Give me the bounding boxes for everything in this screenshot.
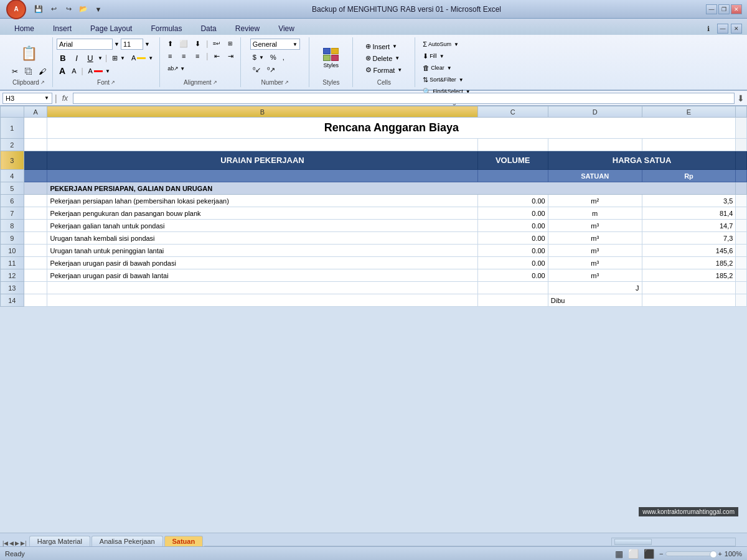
zoom-out-button[interactable]: − — [659, 550, 663, 558]
copy-button[interactable]: ⿻ — [22, 67, 35, 77]
cell-c8[interactable]: 0.00 — [477, 220, 548, 232]
font-color-button[interactable]: A▼ — [86, 66, 113, 76]
zoom-slider[interactable] — [665, 551, 715, 556]
cell-e2[interactable] — [642, 139, 736, 151]
cell-e12[interactable]: 185,2 — [642, 269, 736, 282]
redo-button[interactable]: ↪ — [62, 3, 75, 16]
align-left-button[interactable]: ≡ — [164, 51, 176, 61]
undo-button[interactable]: ↩ — [47, 3, 60, 16]
col-header-c[interactable]: C — [477, 106, 548, 118]
tab-next-button[interactable]: ▶ — [15, 540, 19, 546]
cell-a12[interactable] — [24, 269, 47, 282]
format-cells-button[interactable]: ⚙ Format ▼ — [362, 65, 405, 76]
orientation-button[interactable]: ab↗▼ — [164, 63, 189, 73]
sort-dd[interactable]: ▼ — [459, 77, 464, 83]
cell-c11[interactable]: 0.00 — [477, 257, 548, 269]
insert-cells-button[interactable]: ⊕ Insert ▼ — [362, 41, 405, 52]
formula-input[interactable] — [73, 93, 735, 104]
cell-e7[interactable]: 81,4 — [642, 207, 736, 220]
cell-d6[interactable]: m² — [548, 195, 642, 207]
cell-d3[interactable]: HARGA SATUA — [548, 151, 736, 170]
cell-a2[interactable] — [24, 139, 47, 151]
cell-a9[interactable] — [24, 232, 47, 245]
cell-b11[interactable]: Pekerjaan urugan pasir di bawah pondasi — [47, 257, 477, 269]
cell-a13[interactable] — [24, 282, 47, 294]
cell-a1[interactable] — [24, 118, 47, 139]
restore-button[interactable]: ❐ — [718, 4, 730, 14]
save-button[interactable]: 💾 — [32, 3, 45, 16]
tab-view[interactable]: View — [269, 21, 304, 35]
currency-button[interactable]: $▼ — [250, 52, 266, 62]
cell-c10[interactable]: 0.00 — [477, 245, 548, 257]
row-num-5[interactable]: 5 — [1, 182, 24, 195]
cell-e9[interactable]: 7,3 — [642, 232, 736, 245]
font-size-dd[interactable]: ▼ — [144, 41, 150, 47]
cell-d2[interactable] — [548, 139, 642, 151]
cell-a10[interactable] — [24, 245, 47, 257]
align-center-button[interactable]: ≡ — [177, 51, 190, 61]
font-name-dd[interactable]: ▼ — [114, 41, 120, 47]
row-num-1[interactable]: 1 — [1, 118, 24, 139]
row-num-6[interactable]: 6 — [1, 195, 24, 207]
cell-e4[interactable]: Rp — [642, 170, 736, 182]
cell-b7[interactable]: Pekerjaan pengukuran dan pasangan bouw p… — [47, 207, 477, 220]
border-button[interactable]: ⊞▼ — [110, 53, 128, 63]
cell-b14[interactable] — [47, 294, 477, 307]
align-top-button[interactable]: ⬆ — [164, 39, 176, 49]
font-expand[interactable]: ↗ — [111, 80, 115, 85]
cell-a7[interactable] — [24, 207, 47, 220]
comma-button[interactable]: , — [280, 52, 287, 62]
help-button[interactable]: ℹ — [702, 22, 715, 35]
fill-button[interactable]: ⬇ Fill ▼ — [420, 50, 473, 62]
cut-button[interactable]: ✂ — [9, 67, 21, 77]
row-num-2[interactable]: 2 — [1, 139, 24, 151]
cell-e6[interactable]: 3,5 — [642, 195, 736, 207]
cell-a4[interactable] — [24, 170, 47, 182]
cell-d8[interactable]: m³ — [548, 220, 642, 232]
cell-d4[interactable]: SATUAN — [548, 170, 642, 182]
row-num-14[interactable]: 14 — [1, 294, 24, 307]
sheet-tab-satuan[interactable]: Satuan — [164, 536, 204, 546]
align-middle-button[interactable]: ⬜ — [177, 39, 190, 49]
sort-filter-button[interactable]: ⇅ Sort&Filter ▼ — [420, 74, 473, 85]
cell-b12[interactable]: Pekerjaan urugan pasir di bawah lantai — [47, 269, 477, 282]
cell-e11[interactable]: 185,2 — [642, 257, 736, 269]
cell-b13[interactable] — [47, 282, 477, 294]
minimize-button[interactable]: — — [706, 4, 717, 14]
formula-expand-button[interactable]: ⬇ — [737, 93, 745, 103]
cell-d9[interactable]: m³ — [548, 232, 642, 245]
row-num-13[interactable]: 13 — [1, 282, 24, 294]
bold-button[interactable]: B — [57, 52, 69, 63]
cell-c13[interactable] — [477, 282, 548, 294]
row-num-4[interactable]: 4 — [1, 170, 24, 182]
cell-a6[interactable] — [24, 195, 47, 207]
tab-review[interactable]: Review — [226, 21, 269, 35]
cell-d7[interactable]: m — [548, 207, 642, 220]
cell-b10[interactable]: Urugan tanah untuk peninggian lantai — [47, 245, 477, 257]
number-format-dropdown[interactable]: General ▼ — [250, 39, 300, 50]
tab-prev-button[interactable]: ◀ — [9, 540, 14, 546]
styles-button[interactable]: Styles — [314, 43, 348, 74]
cell-c12[interactable]: 0.00 — [477, 269, 548, 282]
increase-indent-button[interactable]: ⇥ — [224, 51, 237, 61]
cell-e13[interactable] — [642, 282, 736, 294]
cell-d10[interactable]: m³ — [548, 245, 642, 257]
cell-b8[interactable]: Pekerjaan galian tanah untuk pondasi — [47, 220, 477, 232]
tab-data[interactable]: Data — [191, 21, 225, 35]
merge-center-button[interactable]: ⊞ — [224, 39, 237, 49]
row-num-11[interactable]: 11 — [1, 257, 24, 269]
cell-d12[interactable]: m³ — [548, 269, 642, 282]
cell-d11[interactable]: m³ — [548, 257, 642, 269]
ribbon-close[interactable]: ✕ — [731, 24, 742, 34]
view-break-icon[interactable]: ⬛ — [644, 549, 654, 559]
cell-c7[interactable]: 0.00 — [477, 207, 548, 220]
cell-a14[interactable] — [24, 294, 47, 307]
increase-decimal-button[interactable]: ⁰↗ — [265, 65, 278, 75]
cell-b9[interactable]: Urugan tanah kembali sisi pondasi — [47, 232, 477, 245]
autosum-dd[interactable]: ▼ — [454, 42, 459, 47]
zoom-in-button[interactable]: + — [718, 550, 721, 558]
cell-b2[interactable] — [47, 139, 477, 151]
decrease-decimal-button[interactable]: ⁰↙ — [250, 65, 263, 75]
cell-b1-title[interactable]: Rencana Anggaran Biaya — [47, 118, 736, 139]
clear-button[interactable]: 🗑 Clear ▼ — [420, 62, 473, 73]
